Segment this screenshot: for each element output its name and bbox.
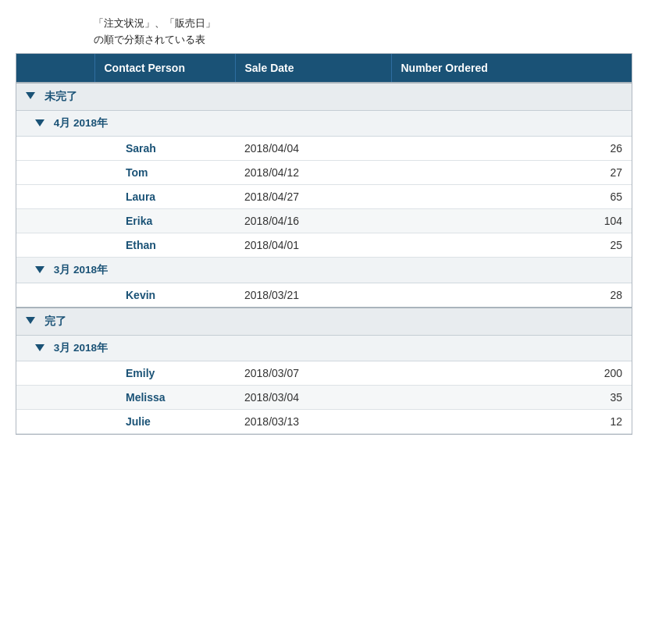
contact-cell: Melissa <box>94 385 235 409</box>
table-row: Laura 2018/04/27 65 <box>16 184 632 208</box>
date-cell: 2018/03/07 <box>235 361 391 385</box>
row-icon-cell <box>16 160 94 184</box>
group-row-l1[interactable]: 未完了 <box>16 83 632 111</box>
row-icon-cell <box>16 361 94 385</box>
table-row: Ethan 2018/04/01 25 <box>16 233 632 257</box>
subgroup-label: 4月 2018年 <box>54 117 108 129</box>
table-row: Emily 2018/03/07 200 <box>16 361 632 385</box>
expand-icon <box>35 266 45 273</box>
date-cell: 2018/04/01 <box>235 233 391 257</box>
col-header-contact: Contact Person <box>94 54 235 83</box>
number-cell: 35 <box>391 385 632 409</box>
row-icon-cell <box>16 136 94 160</box>
annotation-line2: の順で分類されている表 <box>94 34 205 45</box>
row-icon-cell <box>16 385 94 409</box>
row-icon-cell <box>16 409 94 433</box>
contact-cell: Tom <box>94 160 235 184</box>
table-row: Sarah 2018/04/04 26 <box>16 136 632 160</box>
expand-icon <box>26 317 35 324</box>
row-icon-cell <box>16 184 94 208</box>
group-label: 未完了 <box>45 90 77 102</box>
number-cell: 27 <box>391 160 632 184</box>
contact-cell: Erika <box>94 208 235 233</box>
date-cell: 2018/03/21 <box>235 283 391 308</box>
date-cell: 2018/04/12 <box>235 160 391 184</box>
subgroup-label: 3月 2018年 <box>54 342 108 354</box>
table-row: Kevin 2018/03/21 28 <box>16 283 632 308</box>
number-cell: 104 <box>391 208 632 233</box>
col-header-sale-date: Sale Date <box>235 54 391 83</box>
table-header-row: Contact Person Sale Date Number Ordered <box>16 54 632 83</box>
table-row: Erika 2018/04/16 104 <box>16 208 632 233</box>
row-icon-cell <box>16 233 94 257</box>
number-cell: 65 <box>391 184 632 208</box>
expand-icon <box>35 119 45 126</box>
contact-cell: Kevin <box>94 283 235 308</box>
number-cell: 25 <box>391 233 632 257</box>
table-row: Julie 2018/03/13 12 <box>16 409 632 433</box>
number-cell: 200 <box>391 361 632 385</box>
annotation: 「注文状況」、「販売日」 の順で分類されている表 <box>94 16 632 48</box>
group-label: 完了 <box>45 315 66 327</box>
group-row-l1[interactable]: 完了 <box>16 308 632 336</box>
date-cell: 2018/03/13 <box>235 409 391 433</box>
row-icon-cell <box>16 208 94 233</box>
date-cell: 2018/04/27 <box>235 184 391 208</box>
date-cell: 2018/04/16 <box>235 208 391 233</box>
date-cell: 2018/04/04 <box>235 136 391 160</box>
contact-cell: Ethan <box>94 233 235 257</box>
contact-cell: Emily <box>94 361 235 385</box>
group-row-l2[interactable]: 4月 2018年 <box>16 110 632 136</box>
subgroup-label: 3月 2018年 <box>54 264 108 276</box>
col-header-number-ordered: Number Ordered <box>391 54 632 83</box>
expand-icon <box>26 92 35 99</box>
number-cell: 28 <box>391 283 632 308</box>
date-cell: 2018/03/04 <box>235 385 391 409</box>
group-row-l2[interactable]: 3月 2018年 <box>16 335 632 361</box>
table-row: Melissa 2018/03/04 35 <box>16 385 632 409</box>
col-header-icon <box>16 54 94 83</box>
number-cell: 12 <box>391 409 632 433</box>
contact-cell: Sarah <box>94 136 235 160</box>
group-row-l2[interactable]: 3月 2018年 <box>16 257 632 283</box>
table-wrapper: Contact Person Sale Date Number Ordered … <box>16 53 632 435</box>
contact-cell: Laura <box>94 184 235 208</box>
contact-cell: Julie <box>94 409 235 433</box>
row-icon-cell <box>16 283 94 308</box>
expand-icon <box>35 344 45 351</box>
number-cell: 26 <box>391 136 632 160</box>
table-row: Tom 2018/04/12 27 <box>16 160 632 184</box>
main-table: Contact Person Sale Date Number Ordered … <box>16 54 632 434</box>
annotation-line1: 「注文状況」、「販売日」 <box>94 17 215 29</box>
